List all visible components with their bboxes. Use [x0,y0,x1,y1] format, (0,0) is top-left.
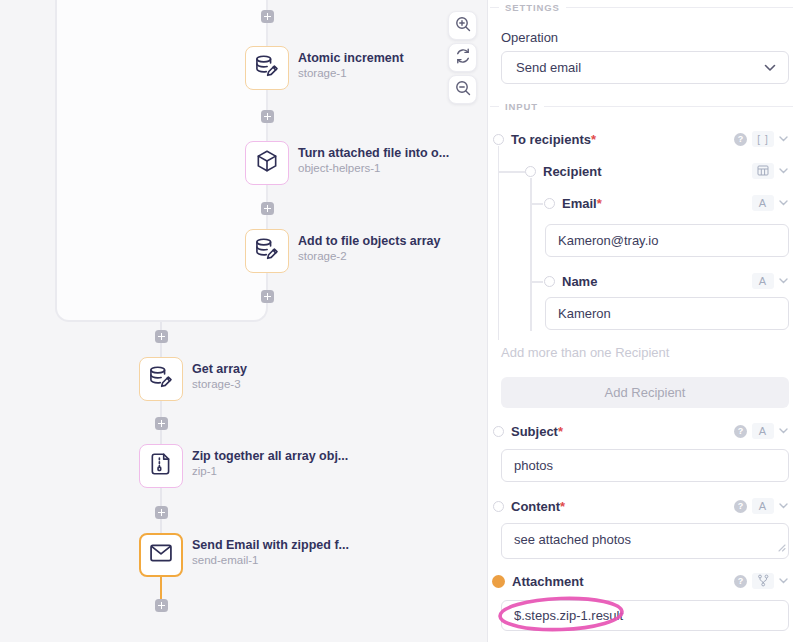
node-subtitle: storage-3 [192,377,247,391]
email-input[interactable] [545,224,789,257]
type-selector-object[interactable] [752,163,774,179]
sync-icon [454,47,472,69]
help-icon[interactable]: ? [734,500,747,513]
add-step-button[interactable] [155,506,168,519]
field-label: Email* [562,196,602,211]
required-asterisk: * [560,499,565,514]
node-subtitle: storage-1 [298,66,404,80]
storage-icon [254,53,280,83]
node-storage-2[interactable] [245,229,289,273]
node-title: Get array [192,361,247,377]
type-selector-jsonpath[interactable] [752,573,774,589]
chevron-down-icon [779,168,788,174]
field-row-to-recipients: To recipients* ? [ ] [488,131,788,147]
resize-grip-icon[interactable] [778,538,786,556]
name-input[interactable] [545,297,789,330]
operation-select[interactable]: Send email [501,51,789,84]
field-label: Recipient [543,164,602,179]
type-selector-string[interactable]: A [752,195,774,211]
input-section-header: INPUT [490,101,793,112]
input-header-label: INPUT [505,101,538,112]
envelope-icon [147,539,175,571]
node-storage-1[interactable] [245,46,289,90]
node-subtitle: object-helpers-1 [298,161,449,175]
type-selector-string[interactable]: A [752,498,774,514]
attachment-input[interactable] [501,600,789,631]
field-toggle[interactable] [493,134,504,145]
zoom-out-icon [454,79,472,101]
field-label: Subject* [511,424,563,439]
add-recipient-button[interactable]: Add Recipient [501,377,789,408]
zoom-in-button[interactable] [448,11,477,40]
chevron-down-icon [779,503,788,509]
chevron-down-icon [779,428,788,434]
help-icon[interactable]: ? [734,133,747,146]
node-object-helpers-1[interactable] [245,141,289,185]
add-more-hint: Add more than one Recipient [501,345,669,360]
help-icon[interactable]: ? [734,425,747,438]
field-row-attachment: Attachment ? [488,573,788,589]
node-title: Turn attached file into o... [298,145,449,161]
chevron-down-icon [779,136,788,142]
node-title: Add to file objects array [298,233,440,249]
add-step-button[interactable] [261,110,274,123]
node-storage-3[interactable] [139,357,183,401]
node-send-email-1[interactable] [139,533,183,577]
add-step-button[interactable] [155,330,168,343]
node-subtitle: zip-1 [192,464,348,478]
node-title: Zip together all array obj... [192,448,348,464]
add-step-button[interactable] [155,417,168,430]
field-toggle[interactable] [493,426,504,437]
properties-panel: SETTINGS Operation Send email INPUT To r… [487,0,800,642]
type-selector-array[interactable]: [ ] [752,131,774,147]
zoom-out-button[interactable] [448,75,477,104]
node-subtitle: storage-2 [298,249,440,263]
table-icon [757,165,769,178]
workflow-canvas[interactable]: Atomic increment storage-1 Turn attached… [0,0,487,642]
connector-line-active [160,575,162,602]
add-step-button[interactable] [155,599,168,612]
field-toggle[interactable] [525,166,536,177]
field-toggle[interactable] [493,501,504,512]
add-step-button[interactable] [261,290,274,303]
settings-section-header: SETTINGS [490,2,793,13]
node-subtitle: send-email-1 [192,553,349,567]
operation-label: Operation [501,30,558,45]
type-selector-string[interactable]: A [752,273,774,289]
operation-value: Send email [516,60,764,75]
field-row-name: Name A [488,273,788,289]
chevron-down-icon [779,200,788,206]
required-asterisk: * [597,196,602,211]
settings-header-label: SETTINGS [505,2,560,13]
field-toggle[interactable] [544,276,555,287]
add-step-button[interactable] [261,10,274,23]
field-toggle[interactable] [544,198,555,209]
required-asterisk: * [591,132,596,147]
chevron-down-icon [764,64,776,72]
subject-input[interactable] [501,449,789,482]
workflow-editor: Atomic increment storage-1 Turn attached… [0,0,800,642]
field-label: To recipients* [511,132,596,147]
content-textarea[interactable]: see attached photos [501,523,789,559]
type-selector-string[interactable]: A [752,423,774,439]
reset-zoom-button[interactable] [448,43,477,72]
field-label: Content* [511,499,565,514]
chevron-down-icon [779,278,788,284]
loop-container [55,0,268,322]
branch-icon [757,574,769,589]
field-row-recipient: Recipient [488,163,788,179]
zoom-in-icon [454,15,472,37]
help-icon[interactable]: ? [734,575,747,588]
field-toggle-jsonpath[interactable] [492,575,505,588]
field-row-content: Content* ? A [488,498,788,514]
add-step-button[interactable] [261,202,274,215]
cube-icon [254,148,280,178]
zip-file-icon [148,451,174,481]
field-label: Attachment [512,574,584,589]
node-title: Send Email with zipped f... [192,537,349,553]
required-asterisk: * [558,424,563,439]
node-title: Atomic increment [298,50,404,66]
node-zip-1[interactable] [139,444,183,488]
chevron-down-icon [779,578,788,584]
field-label: Name [562,274,597,289]
